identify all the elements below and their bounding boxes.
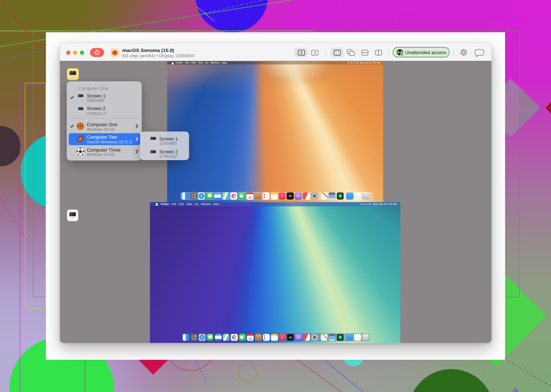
svg-text:1: 1 <box>300 51 302 55</box>
svg-text:2: 2 <box>314 51 316 55</box>
svg-text:Unattended access: Unattended access <box>405 50 447 55</box>
